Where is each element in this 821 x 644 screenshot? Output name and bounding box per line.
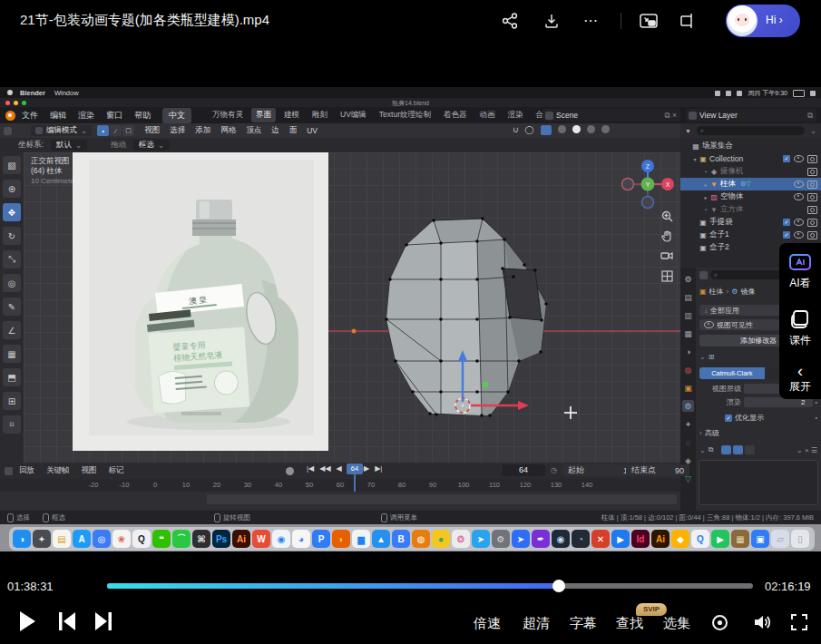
current-frame-field[interactable]: 64 xyxy=(502,464,545,476)
snap-magnet-icon[interactable]: ∪ xyxy=(513,125,519,135)
video-frame[interactable]: Blender Window 周日 下午9:30 瓶身14.blend 文件 编… xyxy=(0,87,821,551)
ptab-render[interactable]: ▤ xyxy=(682,291,694,303)
dock-notes[interactable]: ▤ xyxy=(53,530,71,548)
ws-2[interactable]: 界面 xyxy=(251,108,276,122)
ptab-scene[interactable]: ◑ xyxy=(682,346,694,357)
fullscreen-icon[interactable] xyxy=(791,614,807,630)
edge-select-button[interactable]: ∕ xyxy=(110,125,122,136)
progress-handle[interactable] xyxy=(552,580,565,592)
breadcrumb-item[interactable]: 镜像 xyxy=(740,287,755,297)
editor-type-icon[interactable] xyxy=(4,127,12,135)
dock-bird[interactable]: ➤ xyxy=(472,530,490,548)
macos-menu-app[interactable]: Blender xyxy=(20,89,45,97)
dock-winrar[interactable]: ▦ xyxy=(731,530,749,548)
next-episode-button[interactable] xyxy=(93,611,114,631)
row-cube[interactable]: • ▼ 立方体 xyxy=(680,203,821,216)
ptab-particles[interactable]: ✦ xyxy=(682,418,694,430)
dock-x-app[interactable]: ✕ xyxy=(591,530,610,548)
dock-finder[interactable]: ◑ xyxy=(13,530,31,548)
courseware-label[interactable]: 课件 xyxy=(789,333,811,348)
camera-view-button[interactable] xyxy=(660,249,674,263)
row-cylinder[interactable]: ▸ ▼ 柱体 ⚙ ▽ xyxy=(680,178,821,190)
ws-8[interactable]: 动画 xyxy=(474,108,499,122)
render-visibility-icon[interactable] xyxy=(807,206,817,214)
pan-hand-button[interactable] xyxy=(660,229,674,243)
dock-colorwheel[interactable]: ❂ xyxy=(452,530,470,548)
row-scene-collection[interactable]: ▦ 场景集合 xyxy=(680,140,821,152)
courseware-icon[interactable] xyxy=(790,309,810,329)
render-visibility-icon[interactable] xyxy=(807,155,817,163)
find-button[interactable]: 查找 xyxy=(616,615,643,632)
expander-icon[interactable]: ▸ xyxy=(702,181,709,188)
ptab-viewlayer[interactable]: ▦ xyxy=(682,327,694,339)
dock-trash[interactable]: ▯ xyxy=(791,530,809,548)
share-icon[interactable] xyxy=(501,12,519,30)
dock-b-app[interactable]: B xyxy=(392,530,410,548)
dock-app-blue[interactable]: ▣ xyxy=(751,530,769,548)
xray-toggle[interactable] xyxy=(541,125,552,135)
ptab-tool[interactable]: ⚙ xyxy=(682,273,694,285)
ws-5[interactable]: UV编辑 xyxy=(336,108,371,122)
dock-illustrator[interactable]: Ai xyxy=(651,530,670,548)
shading-solid-icon[interactable] xyxy=(572,125,581,133)
dock-settings[interactable]: ⚙ xyxy=(492,530,510,548)
play-reverse[interactable]: ◀ xyxy=(337,464,342,473)
expand-label[interactable]: 展开 xyxy=(789,379,811,395)
tl-view[interactable]: 视图 xyxy=(82,465,97,476)
row-collection[interactable]: ▾ ▣ Collection ✓ xyxy=(680,152,821,165)
row-camera[interactable]: • ◆ 摄像机 xyxy=(680,165,821,178)
checkbox-icon[interactable]: ✓ xyxy=(783,231,790,239)
toggle-3[interactable] xyxy=(745,445,755,454)
expander-icon[interactable]: ▸ xyxy=(702,194,709,200)
dock-pages[interactable]: P xyxy=(312,530,330,548)
expander-icon[interactable]: ▾ xyxy=(691,156,699,162)
tool-annotate[interactable]: ✎ xyxy=(3,298,21,316)
em-select[interactable]: 选择 xyxy=(170,125,185,136)
expander-icon[interactable]: • xyxy=(702,169,709,174)
dock-illustrator-dark[interactable]: Ai xyxy=(232,530,250,548)
record-screen-icon[interactable] xyxy=(711,614,728,631)
em-vertex[interactable]: 顶点 xyxy=(246,125,261,136)
checkbox-icon[interactable]: ✓ xyxy=(783,219,790,226)
quality-button[interactable]: 超清 xyxy=(523,615,550,632)
outliner-search-input[interactable]: ⌕ xyxy=(697,126,805,135)
mirror-modifier-header[interactable]: ⌄⧉ ⌄ × ☰ xyxy=(699,445,817,454)
ws-4[interactable]: 雕刻 xyxy=(308,108,332,122)
ptab-output[interactable]: ▥ xyxy=(682,309,694,321)
dock-facetime[interactable]: ◎ xyxy=(93,530,111,548)
em-uv[interactable]: UV xyxy=(307,126,318,135)
dock-aperture[interactable]: ◉ xyxy=(552,530,570,548)
dock-keynote[interactable]: ▆ xyxy=(352,530,370,548)
eye-icon[interactable] xyxy=(794,193,804,200)
tl-marker[interactable]: 标记 xyxy=(109,465,124,476)
download-icon[interactable] xyxy=(542,12,561,30)
tool-knife[interactable]: ⌗ xyxy=(3,415,21,434)
tool-move[interactable]: ✥ xyxy=(3,203,21,221)
dock-safari[interactable]: ◉ xyxy=(272,530,290,548)
tool-measure[interactable]: ∠ xyxy=(3,321,21,339)
ws-1[interactable]: 万物有灵 xyxy=(208,108,248,122)
dock-peaks[interactable]: ▲ xyxy=(372,530,390,548)
ptab-physics[interactable]: ◌ xyxy=(682,436,694,448)
previous-episode-button[interactable] xyxy=(56,611,78,631)
drag-dropdown[interactable]: 框选 ⌄ xyxy=(133,140,170,151)
dock-chrome[interactable]: ◕ xyxy=(292,530,310,548)
checkbox-icon[interactable]: ✓ xyxy=(783,155,790,162)
speed-button[interactable]: 倍速 xyxy=(474,615,501,632)
ai-watch-icon[interactable] xyxy=(789,252,811,272)
menu-render[interactable]: 渲染 xyxy=(78,110,94,122)
timeline-editor-icon[interactable] xyxy=(5,467,13,475)
render-visibility-icon[interactable] xyxy=(807,219,817,227)
dock-launchpad[interactable]: ✦ xyxy=(33,530,51,548)
render-visibility-icon[interactable] xyxy=(807,168,817,176)
mini-player-icon[interactable] xyxy=(679,12,697,30)
timeline-ruler[interactable]: -20-100102030405060708090100110120130140 xyxy=(0,479,680,492)
toggle-1[interactable] xyxy=(721,445,731,454)
dock-pen-app[interactable]: ✒ xyxy=(532,530,550,548)
view-layer-selector[interactable]: View Layer ⧉ xyxy=(686,109,816,122)
render-visibility-icon[interactable] xyxy=(807,181,817,189)
outliner-options-icon[interactable]: ⌄ xyxy=(810,127,816,135)
volume-icon[interactable] xyxy=(753,613,772,631)
collapse-chevron-icon[interactable]: ‹ xyxy=(797,366,803,376)
ptab-modifiers[interactable]: ⚙ xyxy=(682,400,694,412)
